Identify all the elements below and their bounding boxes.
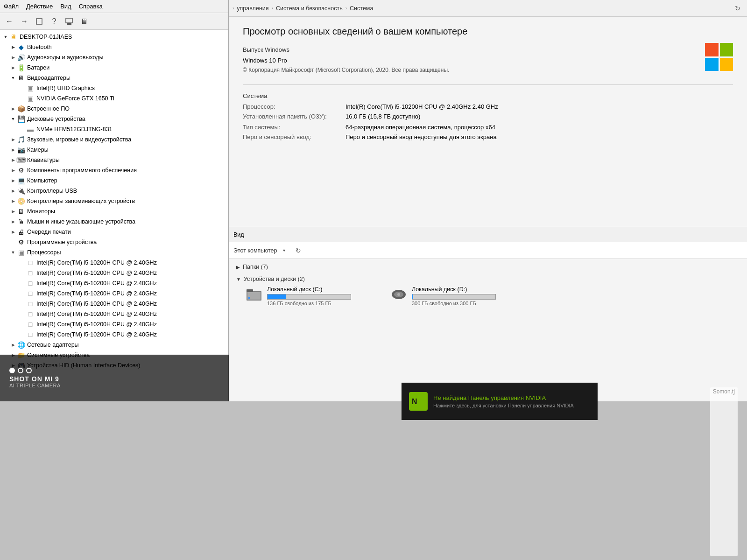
monitor-button[interactable]: 🖥 [78, 15, 91, 28]
drive-d-bar [412, 294, 413, 299]
sound-toggle: ▶ [9, 136, 17, 143]
tree-item-camera[interactable]: ▶ 📷 Камеры [0, 145, 228, 155]
tree-item-cpu1[interactable]: □ Intel(R) Core(TM) i5-10200H CPU @ 2.40… [0, 258, 228, 268]
explorer-refresh-btn[interactable]: ↻ [293, 245, 304, 256]
devices-header[interactable]: ▼ Устройства и диски (2) [236, 276, 740, 282]
root-label: DESKTOP-01JIAES [20, 34, 72, 40]
tree-item-bluetooth[interactable]: ▶ ◆ Bluetooth [0, 42, 228, 52]
refresh-button[interactable]: ↻ [732, 3, 743, 14]
tree-item-keyboard[interactable]: ▶ ⌨ Клавиатуры [0, 155, 228, 165]
menu-file[interactable]: Файл [4, 3, 19, 10]
pen-value: Перо и сенсорный ввод недоступны для это… [345, 133, 733, 140]
camera-icon: 📷 [17, 146, 25, 154]
tree-item-monitors[interactable]: ▶ 🖥 Мониторы [0, 206, 228, 217]
explorer-toolbar-label[interactable]: Вид [233, 231, 244, 238]
bluetooth-icon: ◆ [17, 43, 25, 51]
drive-d-bar-container [412, 294, 496, 300]
menu-view[interactable]: Вид [60, 3, 71, 10]
tree-item-battery[interactable]: ▶ 🔋 Батареи [0, 63, 228, 73]
svg-rect-2 [67, 23, 71, 25]
forward-button[interactable]: → [18, 15, 31, 28]
tree-item-usb[interactable]: ▶ 🔌 Контроллеры USB [0, 186, 228, 196]
tree-item-intel-gpu[interactable]: ▣ Intel(R) UHD Graphics [0, 83, 228, 93]
cpu5-icon: □ [26, 300, 35, 308]
watermark-line2: AI TRIPLE CAMERA [9, 383, 219, 388]
firmware-icon: 📦 [17, 105, 25, 113]
drive-d-icon [390, 287, 407, 305]
usb-toggle: ▶ [9, 187, 17, 195]
camera-label: Камеры [27, 147, 49, 153]
toolbar-btn-5[interactable] [63, 15, 76, 28]
tree-item-cpu3[interactable]: □ Intel(R) Core(TM) i5-10200H CPU @ 2.40… [0, 278, 228, 288]
toolbar-btn-3[interactable] [33, 15, 46, 28]
tree-item-cpu7[interactable]: □ Intel(R) Core(TM) i5-10200H CPU @ 2.40… [0, 319, 228, 329]
tree-item-cpu6[interactable]: □ Intel(R) Core(TM) i5-10200H CPU @ 2.40… [0, 309, 228, 319]
ram-row: Установленная память (ОЗУ): 16,0 ГБ (15,… [243, 113, 733, 121]
explorer-address-bar: Этот компьютер ▾ ↻ [229, 242, 747, 259]
svg-text:N: N [412, 398, 417, 406]
proc-toggle: ▼ [9, 249, 17, 256]
sound-icon: 🎵 [17, 135, 25, 144]
tree-item-prog-devices[interactable]: ⚙ Программные устройства [0, 237, 228, 247]
tree-item-computer[interactable]: ▶ 💻 Компьютер [0, 175, 228, 186]
cpu1-toggle [19, 259, 26, 266]
os-type-value: 64-разрядная операционная система, проце… [345, 124, 733, 131]
tree-item-disks[interactable]: ▼ 💾 Дисковые устройства [0, 114, 228, 124]
tree-item-processors[interactable]: ▼ ▣ Процессоры [0, 247, 228, 258]
computer-icon: 🖥 [9, 33, 18, 41]
tree-item-nvme[interactable]: ▬ NVMe HFM512GDJTNG-831 [0, 124, 228, 134]
device-tree[interactable]: ▼ 🖥 DESKTOP-01JIAES ▶ ◆ Bluetooth ▶ 🔊 Ау… [0, 30, 228, 401]
tree-item-cpu8[interactable]: □ Intel(R) Core(TM) i5-10200H CPU @ 2.40… [0, 329, 228, 340]
tree-item-cpu5[interactable]: □ Intel(R) Core(TM) i5-10200H CPU @ 2.40… [0, 299, 228, 309]
print-icon: 🖨 [17, 228, 25, 236]
tree-item-cpu4[interactable]: □ Intel(R) Core(TM) i5-10200H CPU @ 2.40… [0, 288, 228, 299]
nvidia-notification[interactable]: N Не найдена Панель управления NVIDIA На… [402, 383, 598, 420]
pen-label: Перо и сенсорный ввод: [243, 133, 345, 140]
print-label: Очереди печати [27, 229, 71, 235]
video-label: Видеоадаптеры [27, 75, 70, 81]
drive-d[interactable]: Локальный диск (D:) 300 ГБ свободно из 3… [390, 286, 521, 306]
keyboard-icon: ⌨ [17, 156, 25, 164]
tree-item-sound[interactable]: ▶ 🎵 Звуковые, игровые и видеоустройства [0, 134, 228, 145]
menu-action[interactable]: Действие [26, 3, 53, 10]
cpu3-label: Intel(R) Core(TM) i5-10200H CPU @ 2.40GH… [36, 280, 157, 287]
prog-toggle [9, 238, 17, 246]
os-type-row: Тип системы: 64-разрядная операционная с… [243, 124, 733, 131]
tree-item-video[interactable]: ▼ 🖥 Видеоадаптеры [0, 73, 228, 83]
tree-item-firmware[interactable]: ▶ 📦 Встроенное ПО [0, 104, 228, 114]
address-bar: › управления › Система и безопасность › … [229, 0, 747, 17]
net-icon: 🌐 [17, 341, 25, 349]
tree-item-net[interactable]: ▶ 🌐 Сетевые адаптеры [0, 340, 228, 350]
back-button[interactable]: ← [3, 15, 16, 28]
page-title: Просмотр основных сведений о вашем компь… [243, 26, 733, 37]
cpu3-icon: □ [26, 279, 35, 287]
tree-item-nvidia-gpu[interactable]: ▣ NVIDIA GeForce GTX 1650 Ti [0, 93, 228, 104]
mice-toggle: ▶ [9, 218, 17, 225]
drive-c[interactable]: Локальный диск (C:) 136 ГБ свободно из 1… [246, 286, 376, 306]
tree-item-cpu2[interactable]: □ Intel(R) Core(TM) i5-10200H CPU @ 2.40… [0, 268, 228, 278]
menu-help[interactable]: Справка [79, 3, 103, 10]
cpu-value: Intel(R) Core(TM) i5-10200H CPU @ 2.40GH… [345, 103, 733, 110]
folders-header[interactable]: ▶ Папки (7) [236, 264, 740, 270]
help-button[interactable]: ? [48, 15, 61, 28]
cpu4-label: Intel(R) Core(TM) i5-10200H CPU @ 2.40GH… [36, 290, 157, 297]
logo-sq3 [705, 58, 719, 71]
explorer-content: ▶ Папки (7) ▼ Устройства и диски (2) [229, 259, 747, 316]
drive-c-icon [246, 287, 262, 305]
tree-item-audio[interactable]: ▶ 🔊 Аудиовходы и аудиовыходы [0, 52, 228, 63]
nvidia-logo: N [409, 392, 428, 411]
drive-c-bar-container [267, 294, 351, 300]
logo-sq4 [720, 58, 733, 71]
drive-c-free: 136 ГБ свободно из 175 ГБ [267, 301, 376, 306]
explorer-addr-chevron[interactable]: ▾ [280, 246, 288, 255]
audio-label: Аудиовходы и аудиовыходы [27, 54, 103, 61]
tree-item-software[interactable]: ▶ ⚙ Компоненты программного обеспечения [0, 165, 228, 175]
tree-item-print[interactable]: ▶ 🖨 Очереди печати [0, 227, 228, 237]
tree-item-storage[interactable]: ▶ 📀 Контроллеры запоминающих устройств [0, 196, 228, 206]
nvidia-gpu-icon: ▣ [26, 94, 35, 103]
tree-root[interactable]: ▼ 🖥 DESKTOP-01JIAES [0, 32, 228, 42]
storage-icon: 📀 [17, 197, 25, 205]
bluetooth-toggle-icon: ▶ [9, 43, 17, 51]
cpu-label: Процессор: [243, 103, 345, 110]
tree-item-mice[interactable]: ▶ 🖱 Мыши и иные указывающие устройства [0, 217, 228, 227]
